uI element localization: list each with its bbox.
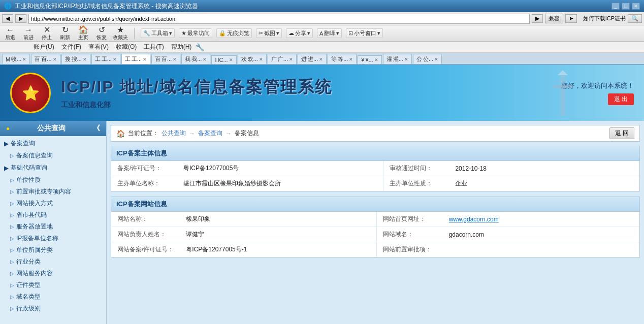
tab-close-10[interactable]: ✕ <box>319 57 323 62</box>
address-input[interactable] <box>28 14 530 24</box>
sidebar-item-ip-unit[interactable]: ▷ IP报备单位名称 <box>0 233 106 244</box>
tab-close-3[interactable]: ✕ <box>113 57 117 62</box>
menu-extra-icon[interactable]: 🔧 <box>196 43 204 51</box>
sidebar-group-basic[interactable]: ▶ 基础代码查询 <box>0 161 106 174</box>
forward-nav-button[interactable]: ➤ <box>565 14 577 23</box>
sidebar-item-access-method[interactable]: ▷ 网站接入方式 <box>0 198 106 209</box>
sidebar-item-province-code[interactable]: ▷ 省市县代码 <box>0 209 106 221</box>
sidebar-item-industry[interactable]: ▷ 行业分类 <box>0 256 106 268</box>
tab-close-1[interactable]: ✕ <box>53 57 57 62</box>
refresh-button[interactable]: ↻ 刷新 <box>58 26 72 41</box>
homepage-link[interactable]: www.gdacorn.com <box>449 216 499 223</box>
screenshot-button[interactable]: ✂ 截图▾ <box>256 28 282 38</box>
menu-account[interactable]: 账户(U) <box>30 42 57 52</box>
tab-close-7[interactable]: ✕ <box>229 57 233 62</box>
tab-2[interactable]: 搜 搜... ✕ <box>61 54 90 64</box>
tab-1[interactable]: 百 百... ✕ <box>31 54 60 64</box>
title-bar: 🌐 工业和信息化部ICP/IP地址/域名信息备案管理系统 - 搜狗高速浏览器 _… <box>0 0 644 12</box>
sidebar-toggle[interactable]: 《 <box>93 124 100 133</box>
item-icon-11: ▷ <box>10 294 14 300</box>
go-button[interactable]: ▶ <box>532 14 543 23</box>
restore-label: 恢复 <box>96 34 107 41</box>
sidebar-item-service-content[interactable]: ▷ 网站服务内容 <box>0 268 106 279</box>
tab-close-0[interactable]: ✕ <box>22 57 26 62</box>
menu-favorites[interactable]: 收藏(O) <box>113 42 140 52</box>
breadcrumb-home-icon[interactable]: 🏠 <box>116 129 125 138</box>
tab-close-4[interactable]: ✕ <box>143 57 147 62</box>
tab-label-5: 百... <box>162 55 172 63</box>
star-icon: ★ <box>117 26 124 34</box>
stop-button[interactable]: ✕ 停止 <box>40 26 54 41</box>
tab-4[interactable]: 工 工... ✕ <box>121 54 150 64</box>
menu-view[interactable]: 查看(V) <box>85 42 112 52</box>
label-review-time: 审核通过时间： <box>383 161 449 176</box>
tab-8[interactable]: 欢 欢... ✕ <box>238 54 267 64</box>
nav-forward-btn[interactable]: ▶ <box>15 14 26 23</box>
tab-close-5[interactable]: ✕ <box>173 57 177 62</box>
tab-favicon-10: 进 <box>301 55 307 63</box>
home-button[interactable]: 🏠 主页 <box>76 26 90 41</box>
tab-5[interactable]: 百 百... ✕ <box>151 54 180 64</box>
translate-button[interactable]: A 翻译▾ <box>317 28 342 38</box>
frequent-label: 最常访问 <box>187 29 210 37</box>
sidebar-item-admin-level[interactable]: ▷ 行政级别 <box>0 303 106 314</box>
tab-close-6[interactable]: ✕ <box>203 57 207 62</box>
sidebar-item-unit-category[interactable]: ▷ 单位所属分类 <box>0 244 106 256</box>
breadcrumb-level1[interactable]: 公共查询 <box>162 129 186 138</box>
sidebar-group-beian[interactable]: ▶ 备案查询 <box>0 137 106 150</box>
tab-close-11[interactable]: ✕ <box>349 57 353 62</box>
sidebar-item-beian-info[interactable]: ▷ 备案信息查询 <box>0 150 106 161</box>
restore-button[interactable]: ↺ 恢复 <box>94 26 109 41</box>
tab-14[interactable]: 公 公... ✕ <box>413 54 442 64</box>
tab-favicon-4: 工 <box>125 55 131 63</box>
tab-10[interactable]: 进 进... ✕ <box>298 54 327 64</box>
tab-close-13[interactable]: ✕ <box>404 57 408 62</box>
tab-close-8[interactable]: ✕ <box>259 57 263 62</box>
favorites-button[interactable]: ★ 收藏夹 <box>113 26 128 41</box>
back-button[interactable]: ← 后退 <box>3 26 17 41</box>
back-button[interactable]: 返 回 <box>609 127 634 139</box>
tab-6[interactable]: 我 我... ✕ <box>181 54 210 64</box>
tab-close-9[interactable]: ✕ <box>289 57 293 62</box>
minimize-button[interactable]: _ <box>611 3 620 10</box>
nav-back-btn[interactable]: ◀ <box>2 14 13 23</box>
tab-close-2[interactable]: ✕ <box>83 57 87 62</box>
maximize-button[interactable]: □ <box>622 3 630 10</box>
tab-9[interactable]: 广 广... ✕ <box>268 54 297 64</box>
menu-file[interactable]: 文件(F) <box>58 42 84 52</box>
tab-favicon-13: 灌 <box>387 55 392 63</box>
sidebar-item-cert-type[interactable]: ▷ 证件类型 <box>0 279 106 291</box>
table-row: 网站名称： 橡果印象 网站首页网址： www.gdacorn.com <box>111 212 639 227</box>
close-button[interactable]: ✕ <box>632 3 640 10</box>
home-label: 主页 <box>78 34 88 41</box>
toolbox-button[interactable]: 🔧 工具箱▾ <box>141 28 175 38</box>
menu-tools[interactable]: 工具(T) <box>141 42 167 52</box>
window-controls[interactable]: _ □ ✕ <box>611 3 640 10</box>
share-button[interactable]: ☁ 分享▾ <box>286 28 313 38</box>
forward-button[interactable]: → 前进 <box>21 26 36 41</box>
tab-11[interactable]: 等 等... ✕ <box>328 54 357 64</box>
tab-0[interactable]: M 收... ✕ <box>2 54 30 64</box>
tab-7[interactable]: I IC... ✕ <box>211 55 236 64</box>
small-window-button[interactable]: ⊡ 小号窗口▾ <box>346 28 383 38</box>
menu-help[interactable]: 帮助(H) <box>168 42 195 52</box>
tab-close-12[interactable]: ✕ <box>374 57 378 62</box>
tab-3[interactable]: 工 工... ✕ <box>91 54 120 64</box>
breadcrumb-level2[interactable]: 备案查询 <box>198 129 222 138</box>
tab-13[interactable]: 灌 灌... ✕ <box>383 54 412 64</box>
logout-button[interactable]: 退 出 <box>608 93 634 105</box>
share-icon: ☁ <box>288 30 294 37</box>
sidebar-item-precheck[interactable]: ▷ 前置审批或专项内容 <box>0 186 106 198</box>
sidebar-item-unit-type[interactable]: ▷ 单位性质 <box>0 174 106 186</box>
sidebar-item-server-location[interactable]: ▷ 服务器放置地 <box>0 221 106 233</box>
search-button[interactable]: 🔍 <box>628 14 642 23</box>
tab-12[interactable]: ¥ ¥... ✕ <box>358 55 381 64</box>
tab-close-14[interactable]: ✕ <box>434 57 438 62</box>
private-button[interactable]: 🔒 无痕浏览 <box>216 28 252 38</box>
item-icon-2: ▷ <box>10 189 14 195</box>
compat-button[interactable]: 兼容 <box>545 14 563 23</box>
sidebar-item-domain-type[interactable]: ▷ 域名类型 <box>0 291 106 303</box>
group-label-beian: 备案查询 <box>11 139 35 148</box>
frequent-button[interactable]: ★ 最常访问 <box>179 28 212 38</box>
table-row: 网站负责人姓名： 谭健宁 网站域名： gdacorn.com <box>111 227 639 242</box>
